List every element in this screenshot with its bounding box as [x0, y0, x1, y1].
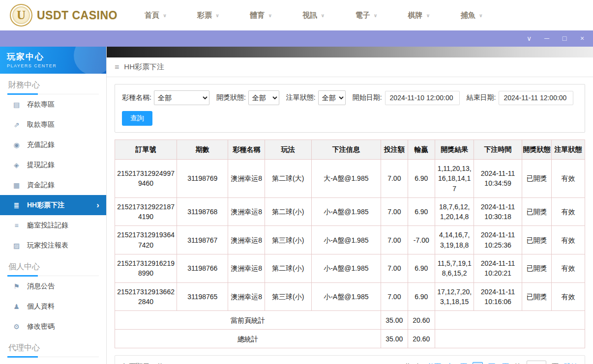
table-cell: 6.90 — [408, 160, 435, 198]
column-header: 下注時間 — [474, 140, 522, 160]
table-cell: 7.00 — [381, 282, 408, 311]
sidebar-item-withdrawal-records[interactable]: ◈提現記錄 — [0, 155, 106, 175]
nav-item-5[interactable]: 棋牌∨ — [408, 11, 430, 20]
table-cell: 17,12,7,20,3,1,18,15 — [435, 282, 474, 311]
sidebar-item-player-bet-report[interactable]: ▨玩家投注報表 — [0, 235, 106, 255]
table-cell: 2152173129221874190 — [115, 197, 177, 226]
table-header: 訂單號期數彩種名稱玩法下注信息投注額輸贏開獎結果下注時間開獎狀態注單狀態 — [115, 140, 585, 160]
table-cell: 31198768 — [177, 197, 228, 226]
draw-status-select[interactable]: 全部 — [248, 90, 279, 105]
table-row: 215217312924997946031198769澳洲幸运8第二球(大)大-… — [115, 160, 585, 198]
chevron-down-icon: ∨ — [426, 13, 430, 18]
sidebar-item-label: 取款專區 — [27, 120, 55, 129]
table-cell: 1,11,20,13,16,18,14,17 — [435, 160, 474, 198]
table-cell: 第二球(大) — [265, 160, 311, 198]
sidebar-section-title: 財務中心 — [7, 74, 99, 94]
withdraw-icon: ⇗ — [12, 121, 21, 129]
lottery-name-select[interactable]: 全部 — [154, 90, 209, 105]
sidebar-item-hh-lottery-bets[interactable]: ≣HH彩票下注› — [0, 195, 106, 215]
table-cell: 2024-11-11 10:25:36 — [474, 226, 522, 254]
hamburger-menu-icon[interactable]: ≡ — [115, 63, 119, 72]
sidebar-item-change-password[interactable]: ⚙修改密碼 — [0, 316, 106, 336]
table-cell: 2024-11-11 10:34:59 — [474, 160, 522, 198]
table-cell: 6.90 — [408, 197, 435, 226]
content-top-banner — [107, 47, 593, 57]
table-cell: 2152173129249979460 — [115, 160, 177, 198]
table-row: 215217312913662284031198765澳洲幸运8第三球(小)小-… — [115, 282, 585, 311]
brand-logo-icon: U — [10, 4, 32, 27]
filter-panel: 彩種名稱:全部開獎狀態:全部注單狀態:全部開始日期:結束日期: 查詢 — [115, 84, 585, 133]
table-cell: -7.00 — [408, 226, 435, 254]
table-cell: 小-A盤@1.985 — [311, 254, 381, 283]
start-date-input-label: 開始日期: — [353, 93, 382, 102]
page-jump-input[interactable] — [527, 361, 546, 364]
column-header: 注單狀態 — [552, 140, 585, 160]
column-header: 期數 — [177, 140, 228, 160]
table-cell: 已開獎 — [522, 282, 551, 311]
close-icon[interactable]: × — [573, 30, 591, 47]
announcement-icon: ⚑ — [12, 282, 21, 290]
table-cell: 31198769 — [177, 160, 228, 198]
table-cell: 6.90 — [408, 282, 435, 311]
nav-item-4[interactable]: 電子∨ — [355, 11, 377, 20]
start-date-input[interactable] — [385, 91, 460, 105]
sidebar-header: 玩家中心 PLAYERS CENTER — [0, 47, 106, 74]
sidebar-item-withdraw-area[interactable]: ⇗取款專區 — [0, 114, 106, 135]
column-header: 下注信息 — [311, 140, 381, 160]
table-body: 215217312924997946031198769澳洲幸运8第二球(大)大-… — [115, 160, 585, 348]
sidebar-item-label: 玩家投注報表 — [27, 241, 68, 250]
nav-item-label: 首頁 — [145, 11, 159, 20]
header-row: 訂單號期數彩種名稱玩法下注信息投注額輸贏開獎結果下注時間開獎狀態注單狀態 — [115, 140, 585, 160]
table-row: 215217312922187419031198768澳洲幸运8第二球(小)小-… — [115, 197, 585, 226]
nav-item-0[interactable]: 首頁∨ — [145, 11, 167, 20]
search-button[interactable]: 查詢 — [122, 111, 152, 126]
table-cell: 澳洲幸运8 — [228, 282, 265, 311]
sidebar-item-deposit-area[interactable]: ▤存款專區 — [0, 94, 106, 114]
table-row: 215217312919364742031198767澳洲幸运8第三球(小)小-… — [115, 226, 585, 254]
nav-item-3[interactable]: 視訊∨ — [302, 11, 325, 20]
maximize-icon[interactable]: □ — [556, 30, 573, 47]
table-cell: 已開獎 — [522, 197, 551, 226]
lottery-name-select-label: 彩種名稱: — [122, 93, 151, 102]
sidebar-item-room-bet-records[interactable]: ≡廳室投註記錄 — [0, 215, 106, 235]
table-cell: 2152173129136622840 — [115, 282, 177, 311]
sidebar-item-funds-records[interactable]: ▦資金記錄 — [0, 175, 106, 195]
bets-table: 訂單號期數彩種名稱玩法下注信息投注額輸贏開獎結果下注時間開獎狀態注單狀態 215… — [115, 140, 585, 348]
table-cell: 31198767 — [177, 226, 228, 254]
nav-item-2[interactable]: 體育∨ — [250, 11, 272, 20]
sidebar-item-label: 個人資料 — [27, 302, 55, 311]
main-nav: 首頁∨彩票∨體育∨視訊∨電子∨棋牌∨捕魚∨ — [145, 11, 483, 20]
table-cell: 11,5,7,19,18,6,15,2 — [435, 254, 474, 283]
sidebar-section-title: 個人中心 — [7, 255, 99, 276]
breadcrumb: ≡ HH彩票下注 — [107, 57, 593, 77]
collapse-chevron-icon[interactable]: ∨ — [520, 30, 538, 47]
nav-item-6[interactable]: 捕魚∨ — [461, 11, 483, 20]
order-status-select-label: 注單狀態: — [286, 93, 316, 102]
minimize-icon[interactable]: ─ — [538, 30, 556, 47]
chevron-down-icon: ∨ — [321, 13, 325, 18]
sidebar-menu: 財務中心▤存款專區⇗取款專區◉充值記錄◈提現記錄▦資金記錄≣HH彩票下注›≡廳室… — [0, 74, 106, 357]
table-cell: 大-A盤@1.985 — [311, 160, 381, 198]
end-date-input[interactable] — [499, 91, 573, 105]
chevron-down-icon: ∨ — [479, 13, 483, 18]
table-cell: 31198765 — [177, 282, 228, 311]
order-status-select[interactable]: 全部 — [318, 90, 346, 105]
sidebar-item-profile[interactable]: ♟個人資料 — [0, 296, 106, 316]
sidebar-item-recharge-records[interactable]: ◉充值記錄 — [0, 135, 106, 155]
pagination-bar: 每頁顯示20條 共5条 首页 上一页 1 下一页 第 页 跳转 — [115, 355, 585, 364]
current-page[interactable]: 1 — [473, 362, 483, 364]
nav-item-label: 電子 — [355, 11, 370, 20]
table-cell: 18,7,6,12,1,20,14,8 — [435, 197, 474, 226]
table-cell: 7.00 — [381, 226, 408, 254]
table-cell: 小-A盤@1.985 — [311, 226, 381, 254]
summary-win-total: 20.60 — [408, 330, 435, 348]
table-cell: 有效 — [552, 282, 585, 311]
table-cell: 有效 — [552, 226, 585, 254]
nav-item-1[interactable]: 彩票∨ — [197, 11, 219, 20]
table-cell: 已開獎 — [522, 226, 551, 254]
password-icon: ⚙ — [12, 323, 21, 331]
pagination-controls: 共5条 首页 上一页 1 下一页 第 页 跳转 — [404, 361, 578, 364]
lottery-bet-icon: ≣ — [12, 201, 21, 209]
sidebar-item-announcements[interactable]: ⚑消息公告 — [0, 276, 106, 296]
column-header: 彩種名稱 — [228, 140, 265, 160]
